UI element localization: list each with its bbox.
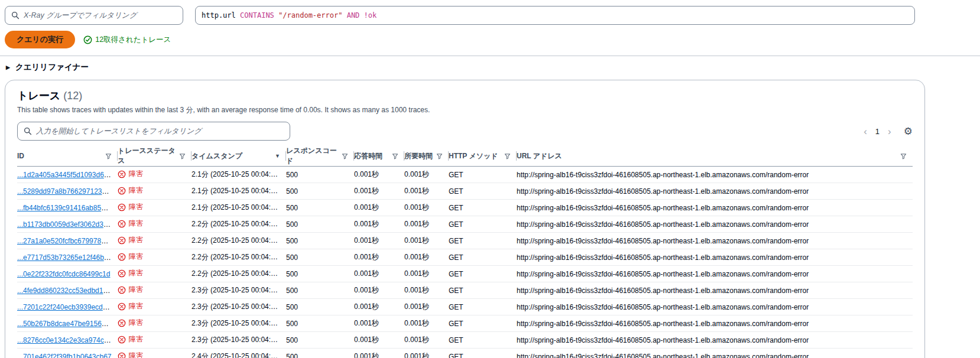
column-header-timestamp[interactable]: タイムスタンプ▼ [192,146,286,167]
url-cell: http://spring-alb16-t9ciss3zfdoi-4616085… [517,315,913,332]
expand-caret-icon: ▶ [6,64,10,70]
query-inputbox[interactable]: http.url CONTAINS "/random-error" AND !o… [195,6,915,25]
timestamp-cell: 2.1分 (2025-10-25 00:04:52) [192,200,286,216]
status-badge: 障害 [118,169,143,179]
response-code-cell: 500 [286,266,354,282]
url-cell: http://spring-alb16-t9ciss3zfdoi-4616085… [517,282,913,299]
column-header-id[interactable]: ID [17,146,118,167]
trace-id-link[interactable]: ...fb44bfc6139c91416ab85eaa [17,204,113,212]
status-text: 障害 [129,169,143,179]
search-icon [24,127,32,135]
filter-icon[interactable] [504,153,511,160]
status-text: 障害 [129,202,143,212]
status-badge: 障害 [118,252,143,262]
column-header-url[interactable]: URL アドレス [517,146,913,167]
timestamp-cell: 2.2分 (2025-10-25 00:04:49) [192,266,286,282]
response-code-cell: 500 [286,183,354,200]
filter-icon[interactable] [392,153,398,160]
filter-icon[interactable] [900,153,907,160]
duration-cell: 0.001秒 [404,233,449,249]
table-toolbar: ‹ 1 › ⚙ [17,122,913,141]
trace-id-link[interactable]: ...8276cc0e134c2e3ca974c177 [17,336,116,344]
trace-id-link[interactable]: ...1d2a405a3445f5d1093d6939 [17,171,116,179]
fault-icon [118,220,126,228]
duration-cell: 0.001秒 [404,200,449,216]
trace-id-link[interactable]: ...4fe9dd860232cc53edbd1992 [17,287,115,295]
status-badge: 障害 [118,285,143,295]
http-method-cell: GET [449,249,517,266]
response-time-cell: 0.001秒 [354,332,404,349]
response-time-cell: 0.001秒 [354,349,404,358]
timestamp-cell: 2.3分 (2025-10-25 00:04:43) [192,315,286,332]
column-header-duration[interactable]: 所要時間 [404,146,449,167]
table-row: ...8276cc0e134c2e3ca974c177 障害 2.3分 (202… [17,332,913,349]
column-label-status: トレースステータス [118,146,176,166]
response-time-cell: 0.001秒 [354,299,404,315]
pagination: ‹ 1 › ⚙ [862,126,913,136]
url-cell: http://spring-alb16-t9ciss3zfdoi-4616085… [517,233,913,249]
result-status-text: 12取得されたトレース [95,35,171,45]
response-code-cell: 500 [286,315,354,332]
filter-icon[interactable] [105,153,112,160]
response-time-cell: 0.001秒 [354,167,404,183]
query-token-keyword: !ok [364,11,377,19]
http-method-cell: GET [449,282,517,299]
trace-filter-input[interactable] [36,122,284,140]
table-row: ...e7717d53b73265e12f46bb1c 障害 2.2分 (202… [17,249,913,266]
status-badge: 障害 [118,202,143,212]
fault-icon [118,302,126,311]
duration-cell: 0.001秒 [404,332,449,349]
trace-filter-inputbox [17,122,290,141]
http-method-cell: GET [449,167,517,183]
filter-icon[interactable] [179,153,186,160]
filter-icon[interactable] [436,153,443,160]
column-header-response_time[interactable]: 応答時間 [354,146,404,167]
pagination-prev-icon[interactable]: ‹ [862,126,869,136]
actions-row: クエリの実行 12取得されたトレース [0,25,980,48]
fault-icon [118,352,126,358]
column-label-response_code: レスポンスコード [286,146,338,166]
query-result-status: 12取得されたトレース [83,35,171,45]
trace-id-link[interactable]: ...5289dd97a8b7662971231b5f [17,187,116,196]
fault-icon [118,336,126,344]
panel-description: This table shows traces with updates wit… [17,105,913,115]
trace-id-link[interactable]: ...e7717d53b73265e12f46bb1c [17,253,115,262]
section-divider [0,56,980,56]
run-query-button[interactable]: クエリの実行 [5,31,75,48]
status-text: 障害 [129,301,143,311]
fault-icon [118,187,126,195]
response-code-cell: 500 [286,299,354,315]
query-refiner-label: クエリリファイナー [15,62,89,73]
timestamp-cell: 2.1分 (2025-10-25 00:04:53) [192,183,286,200]
status-text: 障害 [129,285,143,295]
status-text: 障害 [129,185,143,196]
response-time-cell: 0.001秒 [354,266,404,282]
http-method-cell: GET [449,216,517,233]
http-method-cell: GET [449,233,517,249]
status-text: 障害 [129,334,143,344]
column-header-response_code[interactable]: レスポンスコード [286,146,354,167]
column-header-http_method[interactable]: HTTP メソッド [449,146,517,167]
query-token-keyword: CONTAINS [240,11,278,19]
column-label-response_time: 応答時間 [354,151,382,161]
trace-id-link[interactable]: ...50b267b8dcae47be91568b5c [17,320,117,328]
group-filter-input[interactable] [24,6,177,24]
fault-icon [118,236,126,245]
column-header-status[interactable]: トレースステータス [118,146,192,167]
query-refiner-toggle[interactable]: ▶ クエリリファイナー [0,56,93,77]
response-time-cell: 0.001秒 [354,315,404,332]
trace-id-link[interactable]: ...27a1a0e520fcfbc679978b25 [17,237,113,245]
settings-gear-icon[interactable]: ⚙ [904,126,913,136]
query-expression[interactable]: http.url CONTAINS "/random-error" AND !o… [202,11,377,19]
response-time-cell: 0.001秒 [354,233,404,249]
filter-icon[interactable] [342,153,348,160]
trace-id-link[interactable]: ...7201c22f240ecb3939ecd5bb [17,303,115,311]
group-filter-inputbox [5,6,183,25]
trace-id-link[interactable]: ...701e462f2f39fb1b0643cb67 [17,353,111,358]
pagination-page-1[interactable]: 1 [874,127,881,136]
trace-id-link[interactable]: ...b1173db0059d3ef3062d3b9d [17,220,115,229]
column-label-timestamp: タイムスタンプ [192,151,242,161]
pagination-next-icon[interactable]: › [886,126,893,136]
response-time-cell: 0.001秒 [354,183,404,200]
trace-id-link[interactable]: ...0e22f232fdc0fcdc86499c1d [17,270,110,278]
